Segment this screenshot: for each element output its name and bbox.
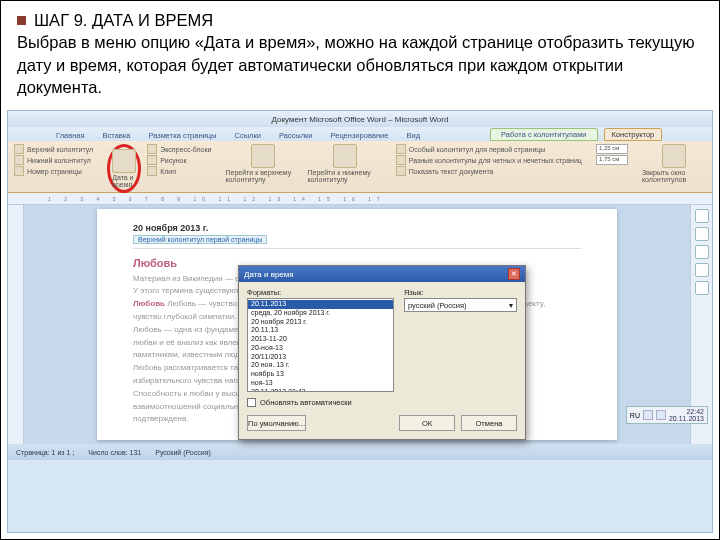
formats-label: Форматы: bbox=[247, 288, 394, 297]
date-time-icon bbox=[112, 149, 136, 173]
status-bar: Страница: 1 из 1 ; Число слов: 131 Русск… bbox=[8, 444, 712, 460]
date-time-dialog: Дата и время ✕ Форматы: 20.11.2013 среда… bbox=[238, 265, 526, 440]
header-offset[interactable]: 1,25 см bbox=[596, 144, 628, 154]
doc-heading: Любовь bbox=[133, 257, 177, 269]
header-date: 20 ноября 2013 г. bbox=[133, 223, 581, 233]
tab-home[interactable]: Главная bbox=[48, 129, 93, 141]
pagenum-icon bbox=[14, 166, 24, 176]
checkbox-icon[interactable] bbox=[396, 166, 406, 176]
horizontal-ruler: 1 2 3 4 5 6 7 8 9 10 11 12 13 14 15 16 1… bbox=[8, 193, 712, 205]
tray-icon[interactable] bbox=[643, 410, 653, 420]
tab-design[interactable]: Конструктор bbox=[604, 128, 663, 141]
ribbon-tabs: Главная Вставка Разметка страницы Ссылки… bbox=[8, 127, 712, 141]
auto-update-label: Обновлять автоматически bbox=[260, 398, 352, 407]
status-words[interactable]: Число слов: 131 bbox=[88, 449, 141, 456]
tab-insert[interactable]: Вставка bbox=[95, 129, 139, 141]
format-item[interactable]: ноябрь 13 bbox=[248, 370, 393, 379]
format-item[interactable]: среда, 20 ноября 2013 г. bbox=[248, 309, 393, 318]
word-window: Документ Microsoft Office Word – Microso… bbox=[7, 110, 713, 533]
format-item[interactable]: 20 ноя. 13 г. bbox=[248, 361, 393, 370]
ok-button[interactable]: ОК bbox=[399, 415, 455, 431]
window-title: Документ Microsoft Office Word – Microso… bbox=[272, 115, 449, 124]
default-button[interactable]: По умолчанию... bbox=[247, 415, 306, 431]
close-icon bbox=[662, 144, 686, 168]
picture-icon bbox=[147, 155, 157, 165]
work-area: 20 ноября 2013 г. Верхний колонтитул пер… bbox=[8, 205, 712, 444]
dock-item[interactable] bbox=[695, 227, 709, 241]
format-item[interactable]: 20.11.2013 22:42 bbox=[248, 388, 393, 393]
dock-item[interactable] bbox=[695, 263, 709, 277]
header-region-tab: Верхний колонтитул первой страницы bbox=[133, 235, 267, 244]
btn-footer[interactable]: Нижний колонтитул bbox=[27, 157, 91, 164]
opt-first-page[interactable]: Особый колонтитул для первой страницы bbox=[409, 146, 546, 153]
footer-offset[interactable]: 1,75 см bbox=[596, 155, 628, 165]
formats-listbox[interactable]: 20.11.2013 среда, 20 ноября 2013 г. 20 н… bbox=[247, 298, 394, 392]
tray-lang[interactable]: RU bbox=[630, 412, 640, 419]
format-item[interactable]: 20.11.13 bbox=[248, 326, 393, 335]
ribbon: Верхний колонтитул Нижний колонтитул Ном… bbox=[8, 141, 712, 193]
status-page[interactable]: Страница: 1 из 1 ; bbox=[16, 449, 74, 456]
clip-icon bbox=[147, 166, 157, 176]
tab-mailings[interactable]: Рассылки bbox=[271, 129, 321, 141]
slide-body: Выбрав в меню опцию «Дата и время», можн… bbox=[17, 31, 703, 98]
dock-item[interactable] bbox=[695, 281, 709, 295]
format-item[interactable]: 20-ноя-13 bbox=[248, 344, 393, 353]
format-item[interactable]: 20 ноября 2013 г. bbox=[248, 318, 393, 327]
tab-references[interactable]: Ссылки bbox=[226, 129, 268, 141]
footer-icon bbox=[14, 155, 24, 165]
system-tray: RU 22:42 20.11.2013 bbox=[626, 406, 708, 424]
btn-close-header[interactable]: Закрыть окно колонтитулов bbox=[642, 144, 706, 183]
dock-item[interactable] bbox=[695, 209, 709, 223]
btn-goto-header[interactable]: Перейти к верхнему колонтитулу bbox=[225, 144, 301, 183]
bullet-icon bbox=[17, 16, 26, 25]
slide-title: ШАГ 9. ДАТА И ВРЕМЯ bbox=[34, 9, 213, 31]
dock-item[interactable] bbox=[695, 245, 709, 259]
btn-goto-footer[interactable]: Перейти к нижнему колонтитулу bbox=[307, 144, 381, 183]
vertical-ruler bbox=[8, 205, 24, 444]
format-item[interactable]: ноя-13 bbox=[248, 379, 393, 388]
chevron-down-icon: ▾ bbox=[509, 301, 513, 310]
cancel-button[interactable]: Отмена bbox=[461, 415, 517, 431]
opt-show-doc[interactable]: Показать текст документа bbox=[409, 168, 494, 175]
format-item[interactable]: 20/11/2013 bbox=[248, 353, 393, 362]
tab-layout[interactable]: Разметка страницы bbox=[140, 129, 224, 141]
format-item-selected[interactable]: 20.11.2013 bbox=[248, 300, 393, 309]
contextual-group: Работа с колонтитулами bbox=[490, 128, 597, 141]
dialog-title: Дата и время bbox=[244, 270, 294, 279]
slide-text: ШАГ 9. ДАТА И ВРЕМЯ Выбрав в меню опцию … bbox=[1, 1, 719, 110]
btn-quickparts[interactable]: Экспресс-блоки bbox=[160, 146, 211, 153]
quickparts-icon bbox=[147, 144, 157, 154]
checkbox-icon[interactable] bbox=[396, 144, 406, 154]
highlight-circle: Дата и время bbox=[107, 144, 141, 193]
tray-clock[interactable]: 22:42 20.11.2013 bbox=[669, 408, 704, 422]
titlebar: Документ Microsoft Office Word – Microso… bbox=[8, 111, 712, 127]
btn-date-time[interactable]: Дата и время bbox=[112, 149, 136, 188]
tab-view[interactable]: Вид bbox=[398, 129, 428, 141]
btn-picture[interactable]: Рисунок bbox=[160, 157, 186, 164]
language-label: Язык: bbox=[404, 288, 517, 297]
language-combo[interactable]: русский (Россия) ▾ bbox=[404, 298, 517, 312]
format-item[interactable]: 2013-11-20 bbox=[248, 335, 393, 344]
header-icon bbox=[14, 144, 24, 154]
goto-footer-icon bbox=[333, 144, 357, 168]
dialog-close-button[interactable]: ✕ bbox=[508, 268, 520, 280]
status-lang[interactable]: Русский (Россия) bbox=[155, 449, 211, 456]
opt-odd-even[interactable]: Разные колонтитулы для четных и нечетных… bbox=[409, 157, 582, 164]
tray-icon[interactable] bbox=[656, 410, 666, 420]
btn-clip[interactable]: Клип bbox=[160, 168, 176, 175]
auto-update-checkbox[interactable] bbox=[247, 398, 256, 407]
btn-header[interactable]: Верхний колонтитул bbox=[27, 146, 93, 153]
btn-pagenumber[interactable]: Номер страницы bbox=[27, 168, 82, 175]
tab-review[interactable]: Рецензирование bbox=[323, 129, 397, 141]
goto-header-icon bbox=[251, 144, 275, 168]
checkbox-icon[interactable] bbox=[396, 155, 406, 165]
